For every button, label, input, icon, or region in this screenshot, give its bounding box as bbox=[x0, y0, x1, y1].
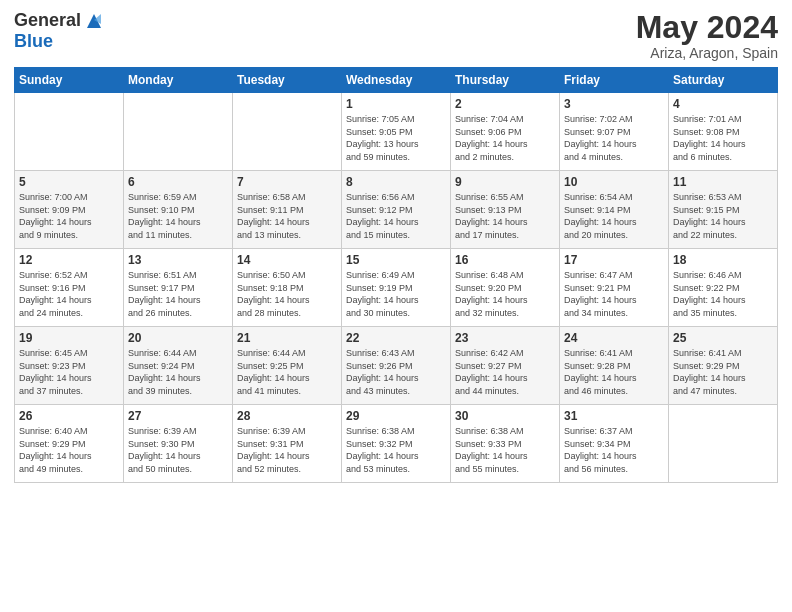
calendar-cell bbox=[669, 405, 778, 483]
day-number: 26 bbox=[19, 409, 119, 423]
day-number: 1 bbox=[346, 97, 446, 111]
calendar-cell: 16Sunrise: 6:48 AM Sunset: 9:20 PM Dayli… bbox=[451, 249, 560, 327]
calendar-cell: 21Sunrise: 6:44 AM Sunset: 9:25 PM Dayli… bbox=[233, 327, 342, 405]
calendar-cell: 27Sunrise: 6:39 AM Sunset: 9:30 PM Dayli… bbox=[124, 405, 233, 483]
logo-icon bbox=[83, 10, 105, 32]
day-info: Sunrise: 6:55 AM Sunset: 9:13 PM Dayligh… bbox=[455, 191, 555, 241]
day-info: Sunrise: 6:44 AM Sunset: 9:25 PM Dayligh… bbox=[237, 347, 337, 397]
weekday-header-thursday: Thursday bbox=[451, 68, 560, 93]
location: Ariza, Aragon, Spain bbox=[636, 45, 778, 61]
day-number: 25 bbox=[673, 331, 773, 345]
calendar-cell: 4Sunrise: 7:01 AM Sunset: 9:08 PM Daylig… bbox=[669, 93, 778, 171]
calendar-cell: 14Sunrise: 6:50 AM Sunset: 9:18 PM Dayli… bbox=[233, 249, 342, 327]
calendar-cell bbox=[233, 93, 342, 171]
calendar-cell: 15Sunrise: 6:49 AM Sunset: 9:19 PM Dayli… bbox=[342, 249, 451, 327]
day-info: Sunrise: 6:51 AM Sunset: 9:17 PM Dayligh… bbox=[128, 269, 228, 319]
day-info: Sunrise: 6:47 AM Sunset: 9:21 PM Dayligh… bbox=[564, 269, 664, 319]
day-info: Sunrise: 6:50 AM Sunset: 9:18 PM Dayligh… bbox=[237, 269, 337, 319]
day-info: Sunrise: 6:46 AM Sunset: 9:22 PM Dayligh… bbox=[673, 269, 773, 319]
week-row-2: 5Sunrise: 7:00 AM Sunset: 9:09 PM Daylig… bbox=[15, 171, 778, 249]
day-number: 5 bbox=[19, 175, 119, 189]
calendar-cell: 30Sunrise: 6:38 AM Sunset: 9:33 PM Dayli… bbox=[451, 405, 560, 483]
header: General Blue May 2024 Ariza, Aragon, Spa… bbox=[14, 10, 778, 61]
day-number: 22 bbox=[346, 331, 446, 345]
day-number: 17 bbox=[564, 253, 664, 267]
day-info: Sunrise: 6:39 AM Sunset: 9:30 PM Dayligh… bbox=[128, 425, 228, 475]
day-number: 20 bbox=[128, 331, 228, 345]
weekday-header-wednesday: Wednesday bbox=[342, 68, 451, 93]
day-info: Sunrise: 6:40 AM Sunset: 9:29 PM Dayligh… bbox=[19, 425, 119, 475]
day-info: Sunrise: 6:39 AM Sunset: 9:31 PM Dayligh… bbox=[237, 425, 337, 475]
weekday-header-monday: Monday bbox=[124, 68, 233, 93]
day-number: 27 bbox=[128, 409, 228, 423]
day-info: Sunrise: 6:41 AM Sunset: 9:28 PM Dayligh… bbox=[564, 347, 664, 397]
calendar-cell: 31Sunrise: 6:37 AM Sunset: 9:34 PM Dayli… bbox=[560, 405, 669, 483]
day-info: Sunrise: 6:38 AM Sunset: 9:32 PM Dayligh… bbox=[346, 425, 446, 475]
day-number: 13 bbox=[128, 253, 228, 267]
day-number: 6 bbox=[128, 175, 228, 189]
day-number: 4 bbox=[673, 97, 773, 111]
day-info: Sunrise: 6:56 AM Sunset: 9:12 PM Dayligh… bbox=[346, 191, 446, 241]
weekday-header-row: SundayMondayTuesdayWednesdayThursdayFrid… bbox=[15, 68, 778, 93]
calendar-cell bbox=[124, 93, 233, 171]
day-number: 28 bbox=[237, 409, 337, 423]
calendar-cell: 18Sunrise: 6:46 AM Sunset: 9:22 PM Dayli… bbox=[669, 249, 778, 327]
day-info: Sunrise: 7:05 AM Sunset: 9:05 PM Dayligh… bbox=[346, 113, 446, 163]
calendar-table: SundayMondayTuesdayWednesdayThursdayFrid… bbox=[14, 67, 778, 483]
day-info: Sunrise: 6:48 AM Sunset: 9:20 PM Dayligh… bbox=[455, 269, 555, 319]
day-number: 31 bbox=[564, 409, 664, 423]
day-info: Sunrise: 6:58 AM Sunset: 9:11 PM Dayligh… bbox=[237, 191, 337, 241]
logo-general: General bbox=[14, 11, 81, 31]
day-number: 3 bbox=[564, 97, 664, 111]
calendar-cell: 19Sunrise: 6:45 AM Sunset: 9:23 PM Dayli… bbox=[15, 327, 124, 405]
weekday-header-sunday: Sunday bbox=[15, 68, 124, 93]
month-year: May 2024 bbox=[636, 10, 778, 45]
day-number: 15 bbox=[346, 253, 446, 267]
calendar-cell: 29Sunrise: 6:38 AM Sunset: 9:32 PM Dayli… bbox=[342, 405, 451, 483]
calendar-cell: 10Sunrise: 6:54 AM Sunset: 9:14 PM Dayli… bbox=[560, 171, 669, 249]
day-number: 9 bbox=[455, 175, 555, 189]
logo-blue: Blue bbox=[14, 32, 53, 52]
day-number: 18 bbox=[673, 253, 773, 267]
calendar-cell: 12Sunrise: 6:52 AM Sunset: 9:16 PM Dayli… bbox=[15, 249, 124, 327]
day-number: 16 bbox=[455, 253, 555, 267]
calendar-cell: 8Sunrise: 6:56 AM Sunset: 9:12 PM Daylig… bbox=[342, 171, 451, 249]
calendar-cell: 6Sunrise: 6:59 AM Sunset: 9:10 PM Daylig… bbox=[124, 171, 233, 249]
day-number: 12 bbox=[19, 253, 119, 267]
calendar-cell: 23Sunrise: 6:42 AM Sunset: 9:27 PM Dayli… bbox=[451, 327, 560, 405]
calendar-cell: 20Sunrise: 6:44 AM Sunset: 9:24 PM Dayli… bbox=[124, 327, 233, 405]
day-info: Sunrise: 6:42 AM Sunset: 9:27 PM Dayligh… bbox=[455, 347, 555, 397]
day-number: 11 bbox=[673, 175, 773, 189]
weekday-header-friday: Friday bbox=[560, 68, 669, 93]
day-info: Sunrise: 7:02 AM Sunset: 9:07 PM Dayligh… bbox=[564, 113, 664, 163]
week-row-3: 12Sunrise: 6:52 AM Sunset: 9:16 PM Dayli… bbox=[15, 249, 778, 327]
day-info: Sunrise: 6:45 AM Sunset: 9:23 PM Dayligh… bbox=[19, 347, 119, 397]
weekday-header-tuesday: Tuesday bbox=[233, 68, 342, 93]
calendar-cell: 7Sunrise: 6:58 AM Sunset: 9:11 PM Daylig… bbox=[233, 171, 342, 249]
calendar-cell bbox=[15, 93, 124, 171]
day-info: Sunrise: 7:00 AM Sunset: 9:09 PM Dayligh… bbox=[19, 191, 119, 241]
day-number: 19 bbox=[19, 331, 119, 345]
day-info: Sunrise: 7:01 AM Sunset: 9:08 PM Dayligh… bbox=[673, 113, 773, 163]
day-number: 30 bbox=[455, 409, 555, 423]
calendar-cell: 1Sunrise: 7:05 AM Sunset: 9:05 PM Daylig… bbox=[342, 93, 451, 171]
day-number: 8 bbox=[346, 175, 446, 189]
day-number: 21 bbox=[237, 331, 337, 345]
day-number: 2 bbox=[455, 97, 555, 111]
calendar-cell: 9Sunrise: 6:55 AM Sunset: 9:13 PM Daylig… bbox=[451, 171, 560, 249]
day-info: Sunrise: 6:59 AM Sunset: 9:10 PM Dayligh… bbox=[128, 191, 228, 241]
calendar-cell: 11Sunrise: 6:53 AM Sunset: 9:15 PM Dayli… bbox=[669, 171, 778, 249]
calendar-cell: 3Sunrise: 7:02 AM Sunset: 9:07 PM Daylig… bbox=[560, 93, 669, 171]
calendar-cell: 5Sunrise: 7:00 AM Sunset: 9:09 PM Daylig… bbox=[15, 171, 124, 249]
weekday-header-saturday: Saturday bbox=[669, 68, 778, 93]
week-row-4: 19Sunrise: 6:45 AM Sunset: 9:23 PM Dayli… bbox=[15, 327, 778, 405]
calendar-cell: 28Sunrise: 6:39 AM Sunset: 9:31 PM Dayli… bbox=[233, 405, 342, 483]
calendar-cell: 26Sunrise: 6:40 AM Sunset: 9:29 PM Dayli… bbox=[15, 405, 124, 483]
day-info: Sunrise: 7:04 AM Sunset: 9:06 PM Dayligh… bbox=[455, 113, 555, 163]
day-info: Sunrise: 6:53 AM Sunset: 9:15 PM Dayligh… bbox=[673, 191, 773, 241]
day-info: Sunrise: 6:43 AM Sunset: 9:26 PM Dayligh… bbox=[346, 347, 446, 397]
day-info: Sunrise: 6:37 AM Sunset: 9:34 PM Dayligh… bbox=[564, 425, 664, 475]
day-number: 7 bbox=[237, 175, 337, 189]
title-block: May 2024 Ariza, Aragon, Spain bbox=[636, 10, 778, 61]
calendar-cell: 13Sunrise: 6:51 AM Sunset: 9:17 PM Dayli… bbox=[124, 249, 233, 327]
